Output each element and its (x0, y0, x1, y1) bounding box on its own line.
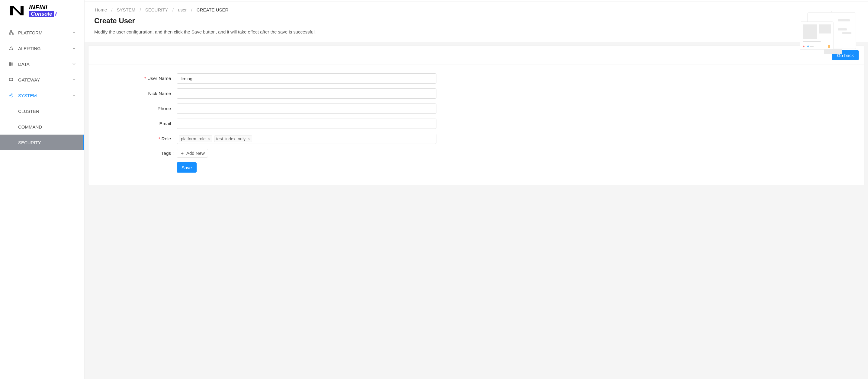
svg-rect-16 (803, 25, 817, 39)
sidebar-item-gateway[interactable]: GATEWAY (0, 72, 84, 88)
svg-point-19 (807, 45, 809, 47)
role-tag: test_index_only ✕ (214, 136, 252, 142)
breadcrumb-system[interactable]: SYSTEM (117, 7, 135, 12)
label-email: Email : (98, 121, 177, 127)
breadcrumb: Home / SYSTEM / SECURITY / user / CREATE… (94, 7, 858, 12)
svg-rect-13 (838, 28, 847, 31)
svg-rect-0 (10, 31, 12, 32)
svg-rect-18 (803, 41, 821, 42)
sidebar-submenu-system: CLUSTER COMMAND SECURITY (0, 103, 84, 150)
svg-rect-17 (819, 25, 831, 34)
chevron-down-icon (72, 46, 76, 50)
breadcrumb-current: CREATE USER (196, 7, 229, 12)
role-select[interactable]: platform_role ✕ test_index_only ✕ (177, 134, 436, 144)
sidebar-item-platform[interactable]: PLATFORM (0, 25, 84, 40)
label-username: *User Name : (98, 76, 177, 81)
svg-point-11 (832, 11, 832, 12)
sidebar-item-alerting[interactable]: ALERTING (0, 40, 84, 56)
svg-rect-2 (12, 34, 13, 35)
database-icon (8, 61, 14, 67)
breadcrumb-home[interactable]: Home (95, 7, 107, 12)
sidebar-item-label: ALERTING (18, 46, 72, 51)
bell-icon (8, 45, 14, 51)
header-illustration-icon (796, 10, 859, 56)
chevron-up-icon (72, 94, 76, 97)
email-input[interactable] (177, 118, 436, 129)
sidebar-item-label: PLATFORM (18, 30, 72, 35)
close-icon[interactable]: ✕ (247, 137, 250, 141)
sidebar: INFINI Console/// PLATFORM (0, 0, 85, 379)
sidebar-item-command[interactable]: COMMAND (0, 119, 84, 135)
sidebar-item-label: DATA (18, 62, 72, 67)
label-tags: Tags : (98, 150, 177, 156)
breadcrumb-user[interactable]: user (178, 7, 187, 12)
sidebar-menu: PLATFORM ALERTING (0, 21, 84, 154)
save-button[interactable]: Save (177, 162, 196, 173)
cluster-icon (8, 30, 14, 35)
sidebar-item-data[interactable]: DATA (0, 56, 84, 72)
svg-rect-21 (828, 45, 830, 48)
label-phone: Phone : (98, 106, 177, 111)
page-title: Create User (94, 16, 858, 25)
chevron-down-icon (72, 78, 76, 81)
sidebar-item-system[interactable]: SYSTEM (0, 88, 84, 103)
svg-rect-20 (810, 46, 814, 47)
add-tag-button[interactable]: ＋ Add New (177, 149, 208, 158)
form-card: Go back *User Name : (88, 45, 864, 185)
sidebar-item-label: SECURITY (18, 140, 41, 145)
breadcrumb-security[interactable]: SECURITY (145, 7, 168, 12)
close-icon[interactable]: ✕ (208, 137, 210, 141)
svg-rect-22 (824, 49, 842, 54)
sidebar-item-cluster[interactable]: CLUSTER (0, 103, 84, 119)
nickname-input[interactable] (177, 89, 436, 99)
gateway-icon (8, 77, 14, 82)
username-input[interactable] (177, 73, 436, 83)
chevron-down-icon (72, 62, 76, 66)
sidebar-item-label: SYSTEM (18, 93, 72, 98)
svg-rect-14 (842, 32, 851, 34)
svg-rect-3 (9, 62, 13, 66)
sidebar-item-label: CLUSTER (18, 109, 39, 114)
svg-point-9 (10, 95, 12, 96)
sidebar-item-label: COMMAND (18, 124, 42, 130)
create-user-form: *User Name : Nick Name : (98, 73, 855, 173)
logo-mark-icon (8, 4, 25, 17)
phone-input[interactable] (177, 103, 436, 114)
svg-rect-1 (9, 34, 10, 35)
page-header: Home / SYSTEM / SECURITY / user / CREATE… (85, 2, 868, 42)
main-content: Home / SYSTEM / SECURITY / user / CREATE… (85, 0, 868, 379)
logo[interactable]: INFINI Console/// (0, 0, 84, 21)
chevron-down-icon (72, 31, 76, 34)
page-description: Modify the user configuration, and then … (94, 29, 858, 34)
sidebar-item-security[interactable]: SECURITY (0, 135, 84, 150)
logo-text: INFINI Console/// (29, 4, 56, 17)
plus-icon: ＋ (180, 151, 185, 156)
label-nickname: Nick Name : (98, 91, 177, 96)
svg-rect-12 (838, 19, 850, 22)
sidebar-item-label: GATEWAY (18, 77, 72, 82)
role-tag: platform_role ✕ (179, 136, 212, 142)
label-role: *Role : (98, 136, 177, 141)
gear-icon (8, 93, 14, 98)
